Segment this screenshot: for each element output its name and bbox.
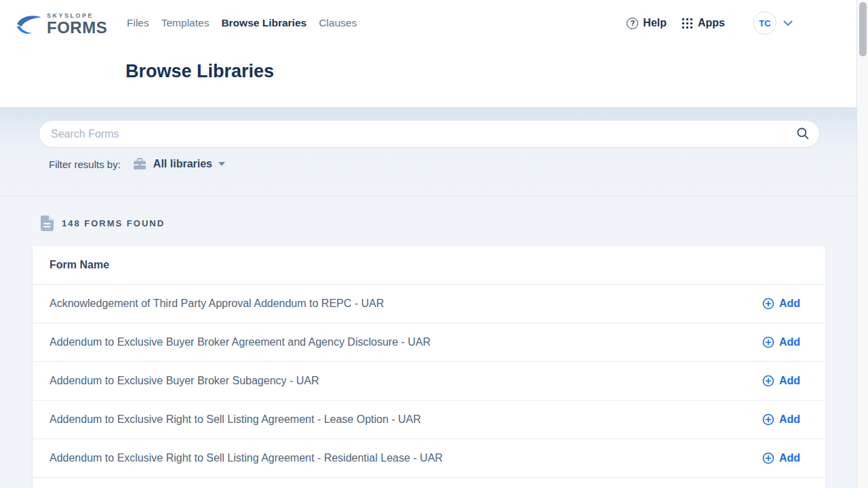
top-bar: SKYSLOPE FORMS Files Templates Browse Li… — [0, 0, 856, 46]
nav-item[interactable]: Files — [127, 17, 149, 29]
filter-label: Filter results by: — [49, 159, 121, 170]
table-row: Addendum to Exclusive Right to Sell List… — [33, 401, 825, 439]
page-title: Browse Libraries — [125, 61, 856, 82]
nav-item[interactable]: Templates — [161, 17, 210, 29]
add-label: Add — [779, 336, 800, 348]
table-header-row: Form Name — [33, 246, 825, 285]
table-body: Acknowledgement of Third Party Approval … — [33, 285, 825, 478]
document-icon — [41, 216, 54, 231]
search-icon[interactable] — [796, 127, 810, 143]
app-header: SKYSLOPE FORMS Files Templates Browse Li… — [0, 0, 856, 107]
help-label: Help — [643, 17, 667, 29]
add-form-button[interactable]: Add — [762, 336, 800, 348]
skyslope-swoosh-icon — [15, 14, 43, 36]
logo-text: SKYSLOPE FORMS — [47, 13, 107, 36]
add-form-button[interactable]: Add — [762, 413, 800, 426]
add-form-button[interactable]: Add — [762, 452, 800, 464]
header-actions: ? Help Apps TC — [627, 12, 856, 35]
add-form-button[interactable]: Add — [762, 375, 800, 387]
add-form-button[interactable]: Add — [762, 298, 800, 310]
add-label: Add — [779, 452, 800, 464]
main-nav: Files Templates Browse Libraries Clauses — [127, 17, 357, 29]
form-name: Addendum to Exclusive Right to Sell List… — [50, 452, 443, 464]
form-name: Addendum to Exclusive Buyer Broker Subag… — [50, 375, 319, 387]
filter-row: Filter results by: All libraries — [49, 158, 856, 170]
plus-circle-icon — [762, 452, 774, 464]
apps-label: Apps — [698, 17, 725, 29]
account-menu-chevron-down-icon[interactable] — [783, 20, 793, 26]
results-count: 148 FORMS FOUND — [62, 218, 165, 228]
page: SKYSLOPE FORMS Files Templates Browse Li… — [0, 0, 868, 488]
add-label: Add — [779, 298, 800, 310]
search-section: Filter results by: All libraries — [0, 107, 856, 197]
plus-circle-icon — [762, 336, 774, 348]
add-label: Add — [779, 375, 800, 387]
scrollbar-thumb[interactable] — [859, 2, 867, 56]
forms-table: Form Name Acknowledgement of Third Party… — [33, 246, 825, 488]
user-avatar[interactable]: TC — [753, 12, 776, 35]
help-button[interactable]: ? Help — [627, 17, 667, 29]
search-bar — [39, 120, 820, 148]
nav-item[interactable]: Browse Libraries — [221, 17, 307, 29]
main-content: SKYSLOPE FORMS Files Templates Browse Li… — [0, 0, 856, 488]
filter-caret-down-icon[interactable] — [218, 162, 225, 166]
plus-circle-icon — [762, 413, 774, 426]
form-name: Acknowledgement of Third Party Approval … — [50, 298, 384, 310]
help-icon: ? — [627, 18, 638, 29]
skyslope-forms-logo[interactable]: SKYSLOPE FORMS — [15, 13, 98, 36]
apps-button[interactable]: Apps — [682, 17, 725, 29]
search-input[interactable] — [39, 120, 820, 148]
nav-item[interactable]: Clauses — [319, 17, 357, 29]
plus-circle-icon — [762, 298, 774, 310]
logo-forms-label: FORMS — [47, 20, 107, 36]
results-count-row: 148 FORMS FOUND — [0, 197, 856, 231]
table-row: Addendum to Exclusive Right to Sell List… — [33, 439, 825, 478]
table-row: Addendum to Exclusive Buyer Broker Agree… — [33, 323, 825, 362]
plus-circle-icon — [762, 375, 774, 387]
library-filter-dropdown[interactable]: All libraries — [153, 158, 212, 170]
form-name-column-header: Form Name — [50, 259, 109, 271]
add-label: Add — [779, 413, 800, 426]
form-name: Addendum to Exclusive Right to Sell List… — [50, 413, 421, 426]
apps-grid-icon — [682, 18, 693, 29]
form-name: Addendum to Exclusive Buyer Broker Agree… — [50, 336, 431, 348]
briefcase-icon — [133, 158, 146, 170]
results-section: 148 FORMS FOUND Form Name Acknowledgemen… — [0, 197, 856, 488]
vertical-scrollbar[interactable] — [856, 0, 868, 488]
table-row: Addendum to Exclusive Buyer Broker Subag… — [33, 362, 825, 401]
table-row: Acknowledgement of Third Party Approval … — [33, 285, 825, 323]
